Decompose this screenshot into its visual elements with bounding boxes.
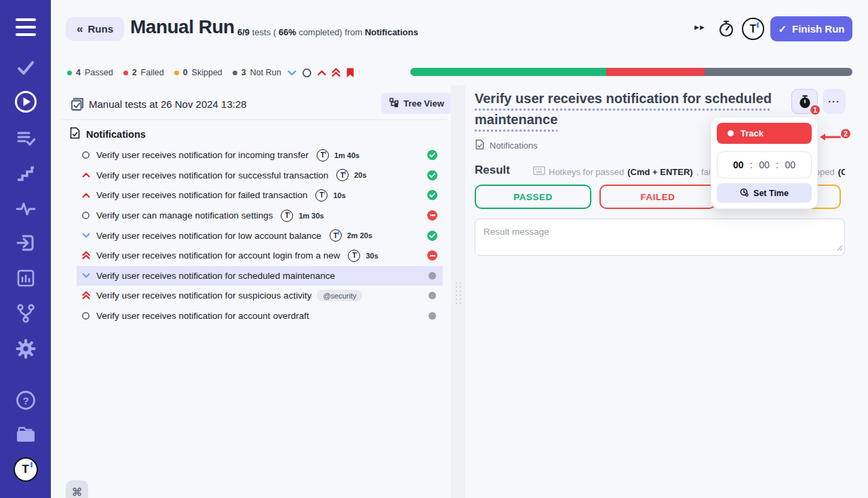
suite-folder-row[interactable]: Notifications	[70, 127, 146, 141]
progress-segment	[410, 68, 606, 76]
test-row[interactable]: Verify user receives notification for ac…	[77, 246, 443, 266]
seconds-field[interactable]: 00	[785, 159, 795, 170]
tests-check-icon[interactable]	[0, 58, 51, 77]
timer-popup: Track 00 : 00 : 00 Set Time	[711, 117, 818, 209]
import-icon[interactable]	[0, 233, 51, 253]
progress-segment	[705, 68, 852, 76]
analytics-chart-icon[interactable]	[0, 269, 51, 288]
test-row[interactable]: Verify user receives notification for fa…	[77, 185, 443, 206]
run-checklist-icon	[71, 97, 85, 114]
panel-resize-handle[interactable]	[451, 85, 465, 498]
failed-badge-icon	[427, 250, 437, 261]
high-priority-icon	[81, 172, 90, 178]
keyboard-icon	[533, 166, 545, 177]
test-duration: 30s	[366, 252, 378, 260]
pulse-activity-icon[interactable]	[0, 200, 51, 218]
menu-icon[interactable]	[0, 15, 51, 39]
test-row[interactable]: Verify user receives notification for ac…	[77, 306, 443, 326]
not-run-badge-icon	[429, 272, 436, 280]
low-priority-icon	[81, 273, 90, 278]
passed-badge-icon	[427, 170, 437, 180]
progress-segment	[606, 68, 705, 76]
count-skipped[interactable]: 0Skipped	[174, 68, 222, 77]
fast-forward-icon[interactable]: ►►	[693, 23, 704, 31]
filter-critical-priority-icon[interactable]	[332, 68, 340, 77]
check-icon: ✓	[778, 23, 787, 35]
run-progress-summary: 6/9 tests ( 66% completed) from Notifica…	[237, 27, 418, 37]
hotkeys-shortcut-button[interactable]: ⌘	[66, 480, 88, 498]
test-row[interactable]: Verify user receives notification for lo…	[77, 225, 443, 246]
status-counts: 4Passed2Failed0Skipped3Not Run	[67, 68, 281, 77]
high-priority-icon	[81, 193, 90, 198]
annotation-badge-2: 2	[840, 128, 852, 140]
filter-high-priority-icon[interactable]	[317, 70, 326, 76]
result-message-input[interactable]	[475, 218, 845, 256]
track-button[interactable]: Track	[717, 123, 812, 144]
test-row[interactable]: Verify user receives notification for in…	[77, 145, 443, 166]
test-list: Verify user receives notification for in…	[77, 145, 443, 326]
run-progress-bar	[410, 68, 852, 76]
test-duration: 10s	[333, 191, 345, 199]
filter-low-priority-icon[interactable]	[288, 70, 296, 76]
automated-logo-icon: T	[336, 169, 349, 181]
app-root: ? T « Runs Manual Run 6/9 tests ( 66% co…	[0, 0, 868, 498]
not-run-badge-icon	[429, 312, 436, 320]
test-title: Verify user receives notification for in…	[96, 150, 309, 160]
count-not-run[interactable]: 3Not Run	[233, 68, 281, 77]
tests-ratio: 6/9	[237, 27, 250, 37]
hours-field[interactable]: 00	[733, 159, 744, 170]
tree-view-icon	[389, 98, 399, 109]
test-duration: 20s	[354, 171, 366, 179]
test-duration: 2m 20s	[347, 231, 372, 240]
percent-completed: 66%	[279, 27, 296, 37]
clock-icon	[740, 188, 749, 199]
test-row[interactable]: Verify user receives notification for su…	[77, 166, 443, 186]
back-to-runs-button[interactable]: « Runs	[66, 17, 124, 41]
automated-logo-icon: T	[330, 229, 342, 242]
test-title: Verify user receives notification for ac…	[96, 250, 340, 261]
time-display: 00 : 00 : 00	[717, 151, 812, 178]
suite-document-icon	[475, 139, 484, 152]
projects-folder-icon[interactable]	[0, 425, 51, 444]
normal-priority-icon	[81, 151, 90, 159]
normal-priority-icon	[81, 311, 90, 320]
detail-suite-breadcrumb[interactable]: Notifications	[475, 139, 538, 152]
critical-priority-icon	[81, 251, 90, 260]
passed-badge-icon	[427, 150, 437, 160]
filter-bookmark-icon[interactable]	[346, 67, 355, 78]
branches-icon[interactable]	[0, 303, 51, 324]
status-dot	[123, 71, 128, 75]
svg-text:?: ?	[22, 395, 28, 406]
not-run-badge-icon	[429, 292, 436, 299]
failed-badge-icon	[427, 210, 437, 221]
finish-run-button[interactable]: ✓ Finish Run	[770, 16, 852, 41]
help-icon[interactable]: ?	[0, 390, 51, 410]
test-tag: @security	[317, 290, 362, 301]
stopwatch-header-icon[interactable]	[717, 20, 735, 41]
milestones-steps-icon[interactable]	[0, 165, 51, 183]
stopwatch-icon	[799, 95, 811, 109]
brand-logo[interactable]: T	[0, 457, 51, 482]
tree-view-button[interactable]: Tree View	[381, 93, 452, 114]
test-row[interactable]: Verify user receives notification for su…	[77, 286, 443, 306]
minutes-field[interactable]: 00	[759, 159, 770, 170]
runs-play-icon[interactable]	[0, 90, 51, 113]
test-title: Verify user can manage notification sett…	[96, 210, 273, 221]
automated-logo-icon: T	[348, 250, 360, 262]
filter-normal-priority-icon[interactable]	[302, 68, 312, 78]
passed-button[interactable]: PASSED	[475, 185, 591, 209]
test-plans-icon[interactable]	[0, 129, 51, 148]
settings-gear-icon[interactable]	[0, 339, 51, 359]
test-title: Verify user receives notification for fa…	[96, 190, 307, 200]
sidebar: ? T	[0, 0, 51, 498]
failed-button[interactable]: FAILED	[599, 185, 716, 209]
test-row[interactable]: Verify user can manage notification sett…	[77, 206, 443, 226]
app-logo-icon[interactable]: T	[742, 18, 764, 40]
more-actions-button[interactable]: ···	[823, 89, 846, 114]
test-duration: 1m 40s	[334, 151, 359, 159]
count-passed[interactable]: 4Passed	[67, 68, 113, 77]
count-failed[interactable]: 2Failed	[123, 68, 164, 77]
set-time-button[interactable]: Set Time	[717, 183, 812, 203]
test-row[interactable]: Verify user receives notification for sc…	[77, 266, 443, 286]
back-icon: «	[77, 22, 83, 36]
